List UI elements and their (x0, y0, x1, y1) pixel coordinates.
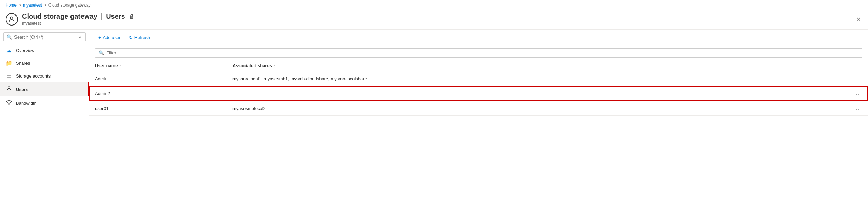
section-name: Users (106, 12, 125, 20)
refresh-label: Refresh (134, 35, 150, 40)
content-area: + Add user ↻ Refresh 🔍 User name ↕ Assoc… (89, 30, 868, 198)
svg-point-1 (8, 87, 10, 89)
svg-point-2 (9, 104, 9, 105)
sidebar-item-bandwidth[interactable]: Bandwidth (0, 96, 89, 110)
breadcrumb-sep1: > (19, 3, 21, 8)
table-row[interactable]: user01 myasesmblocal2 … (89, 101, 868, 116)
breadcrumb-myasetest[interactable]: myasetest (23, 3, 42, 8)
row-shares: - (232, 91, 849, 96)
sidebar-item-overview[interactable]: ☁ Overview (0, 44, 89, 57)
title-separator: | (101, 12, 102, 20)
sidebar-item-label: Overview (16, 48, 34, 53)
avatar (6, 13, 18, 26)
user-icon (6, 85, 12, 93)
breadcrumb-sep2: > (44, 3, 46, 8)
row-shares: mysharelocal1, myasesmb1, mysmb-cloudsha… (232, 76, 849, 81)
page-title: Cloud storage gateway | Users 🖨 (22, 12, 134, 20)
breadcrumb-current: Cloud storage gateway (48, 3, 91, 8)
filter-bar[interactable]: 🔍 (95, 48, 862, 58)
column-username: User name ↕ (95, 63, 232, 68)
add-icon: + (98, 35, 101, 40)
sidebar-item-label: Users (16, 87, 28, 92)
sidebar-item-storage-accounts[interactable]: ☰ Storage accounts (0, 70, 89, 82)
table-row[interactable]: Admin2 - … (89, 86, 868, 101)
gateway-name: Cloud storage gateway (22, 12, 97, 20)
sort-shares-icon[interactable]: ↕ (273, 64, 275, 68)
search-icon: 🔍 (7, 34, 12, 40)
filter-input[interactable] (106, 50, 859, 55)
svg-point-0 (10, 17, 13, 19)
table-header: User name ↕ Associated shares ↕ (89, 60, 868, 71)
refresh-icon: ↻ (129, 35, 133, 40)
row-actions: … (849, 75, 862, 82)
refresh-button[interactable]: ↻ Refresh (126, 33, 154, 42)
wifi-icon (6, 99, 12, 107)
row-username: Admin (95, 76, 232, 81)
column-username-label: User name (95, 63, 118, 68)
add-user-button[interactable]: + Add user (95, 33, 124, 42)
cloud-icon: ☁ (6, 47, 12, 54)
close-button[interactable]: ✕ (855, 15, 862, 24)
breadcrumb-home[interactable]: Home (6, 3, 17, 8)
row-actions: … (849, 90, 862, 97)
sort-username-icon[interactable]: ↕ (119, 64, 121, 68)
column-shares-label: Associated shares (232, 63, 272, 68)
row-actions: … (849, 104, 862, 112)
folder-icon: 📁 (6, 60, 12, 67)
sidebar-item-label: Bandwidth (16, 101, 37, 106)
print-icon[interactable]: 🖨 (129, 13, 134, 20)
title-area: Cloud storage gateway | Users 🖨 myasetes… (22, 12, 134, 26)
collapse-button[interactable]: « (78, 34, 83, 40)
row-shares: myasesmblocal2 (232, 106, 849, 111)
sidebar: 🔍 « ☁ Overview 📁 Shares ☰ Storage accoun… (0, 30, 89, 198)
sidebar-item-label: Storage accounts (16, 73, 51, 79)
page-header: Cloud storage gateway | Users 🖨 myasetes… (0, 10, 868, 30)
toolbar: + Add user ↻ Refresh (89, 30, 868, 45)
sidebar-item-shares[interactable]: 📁 Shares (0, 57, 89, 70)
row-more-button[interactable]: … (854, 104, 862, 112)
column-shares: Associated shares ↕ (232, 63, 849, 68)
add-user-label: Add user (103, 35, 121, 40)
row-username: user01 (95, 106, 232, 111)
search-box[interactable]: 🔍 « (3, 32, 86, 41)
sidebar-item-users[interactable]: Users (0, 82, 89, 96)
main-layout: 🔍 « ☁ Overview 📁 Shares ☰ Storage accoun… (0, 30, 868, 198)
row-username: Admin2 (95, 91, 232, 96)
row-more-button[interactable]: … (854, 75, 862, 82)
sidebar-item-label: Shares (16, 61, 30, 66)
header-subtitle: myasetest (22, 21, 134, 26)
filter-icon: 🔍 (99, 50, 104, 55)
storage-icon: ☰ (6, 73, 12, 79)
search-input[interactable] (14, 34, 76, 40)
breadcrumb: Home > myasetest > Cloud storage gateway (0, 0, 868, 10)
table-row[interactable]: Admin mysharelocal1, myasesmb1, mysmb-cl… (89, 71, 868, 86)
row-more-button[interactable]: … (854, 90, 862, 97)
